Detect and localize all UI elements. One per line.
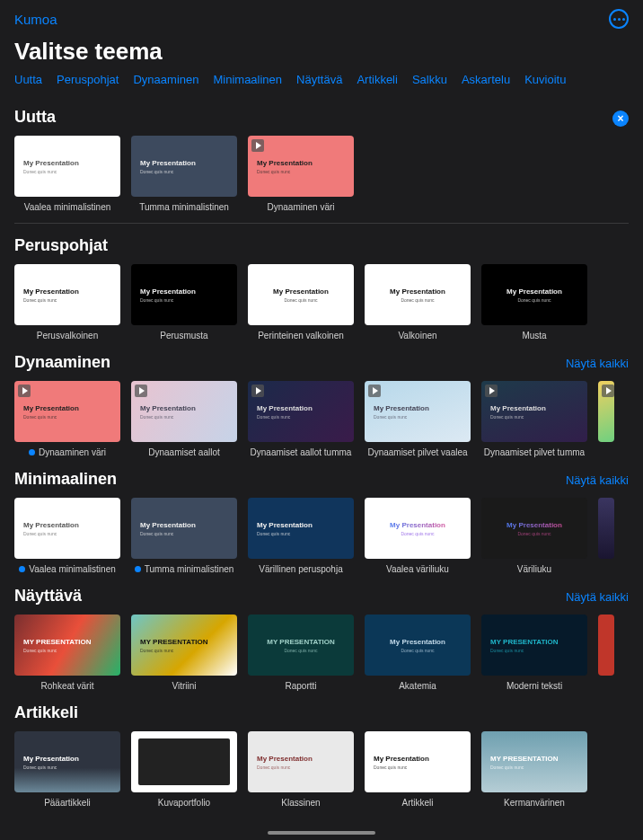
category-tab[interactable]: Askartelu <box>462 73 510 86</box>
theme-label: Moderni teksti <box>481 681 587 691</box>
category-tab[interactable]: Näyttävä <box>296 73 342 86</box>
theme-thumbnail[interactable]: MY PRESENTATIONDonec quis nunc <box>481 615 587 676</box>
theme-thumbnail[interactable]: My PresentationDonec quis nunc <box>131 731 237 792</box>
thumb-subtitle: Donec quis nunc <box>490 648 524 653</box>
show-all-link[interactable]: Näytä kaikki <box>566 357 629 370</box>
thumb-subtitle: Donec quis nunc <box>23 765 57 770</box>
theme-thumbnail[interactable]: My PresentationDonec quis nunc <box>481 381 587 442</box>
thumb-title: My Presentation <box>23 159 79 167</box>
thumb-subtitle: Donec quis nunc <box>490 765 524 770</box>
theme-label: Valkoinen <box>365 331 471 340</box>
thumb-title: My Presentation <box>374 755 429 763</box>
theme-thumbnail[interactable]: My PresentationDonec quis nunc <box>248 381 354 442</box>
theme-thumbnail[interactable]: My PresentationDonec quis nunc <box>14 498 120 559</box>
theme-thumbnail[interactable]: My PresentationDonec quis nunc <box>481 498 587 559</box>
theme-thumbnail[interactable] <box>598 615 614 676</box>
thumb-title: My Presentation <box>374 404 429 412</box>
thumb-subtitle: Donec quis nunc <box>140 414 173 420</box>
thumb-title: My Presentation <box>257 404 313 412</box>
category-tab[interactable]: Kuvioitu <box>524 73 566 86</box>
theme-thumbnail[interactable]: My PresentationDonec quis nunc <box>248 731 354 792</box>
theme-thumbnail[interactable]: My PresentationDonec quis nunc <box>481 264 587 325</box>
category-tab[interactable]: Dynaaminen <box>133 73 198 86</box>
thumb-title: My Presentation <box>23 755 79 763</box>
theme-thumbnail[interactable]: MY PRESENTATIONDonec quis nunc <box>14 615 120 676</box>
theme-thumbnail[interactable]: My PresentationDonec quis nunc <box>14 136 120 197</box>
show-all-link[interactable]: Näytä kaikki <box>566 473 629 487</box>
show-all-link[interactable]: Näytä kaikki <box>566 590 629 604</box>
category-tab[interactable]: Salkku <box>412 73 447 86</box>
theme-thumbnail[interactable]: MY PRESENTATIONDonec quis nunc <box>481 731 587 792</box>
theme-label: Artikkeli <box>365 798 471 808</box>
close-icon[interactable]: × <box>612 111 629 127</box>
thumb-title: My Presentation <box>140 159 196 167</box>
thumb-subtitle: Donec quis nunc <box>490 414 524 420</box>
theme-label: Tumma minimalistinen <box>131 202 237 212</box>
theme-thumbnail[interactable]: My PresentationDonec quis nunc <box>365 381 471 442</box>
thumb-title: My Presentation <box>23 287 79 296</box>
thumb-title: My Presentation <box>506 287 562 296</box>
thumb-subtitle: Donec quis nunc <box>257 169 290 174</box>
marker-dot-icon <box>135 566 141 572</box>
home-indicator <box>268 831 375 835</box>
thumb-subtitle: Donec quis nunc <box>140 297 173 303</box>
theme-thumbnail[interactable]: My PresentationDonec quis nunc <box>365 264 471 325</box>
theme-thumbnail[interactable]: My PresentationDonec quis nunc <box>365 615 471 676</box>
theme-thumbnail[interactable]: MY PRESENTATIONDonec quis nunc <box>248 615 354 676</box>
play-icon <box>485 385 498 397</box>
theme-thumbnail[interactable]: My PresentationDonec quis nunc <box>131 264 237 325</box>
play-icon <box>251 139 264 152</box>
marker-dot-icon <box>29 449 35 455</box>
thumb-title: My Presentation <box>490 404 546 412</box>
thumb-subtitle: Donec quis nunc <box>140 169 173 174</box>
theme-thumbnail[interactable] <box>598 498 614 559</box>
more-button[interactable] <box>609 9 629 29</box>
theme-thumbnail[interactable] <box>598 381 614 442</box>
thumb-title: My Presentation <box>23 404 79 412</box>
thumb-title: My Presentation <box>257 755 313 763</box>
thumb-subtitle: Donec quis nunc <box>284 648 317 653</box>
theme-thumbnail[interactable]: My PresentationDonec quis nunc <box>131 136 237 197</box>
theme-thumbnail[interactable]: My PresentationDonec quis nunc <box>14 381 120 442</box>
thumb-subtitle: Donec quis nunc <box>284 297 317 303</box>
theme-thumbnail[interactable]: My PresentationDonec quis nunc <box>248 136 354 197</box>
theme-label: Vaalea väriliuku <box>365 564 471 574</box>
thumb-title: My Presentation <box>156 755 212 763</box>
thumb-title: My Presentation <box>390 638 445 646</box>
category-tab[interactable]: Artikkeli <box>357 73 398 86</box>
thumb-title: My Presentation <box>506 521 562 529</box>
theme-label: Perusmusta <box>131 331 237 340</box>
category-tab[interactable]: Peruspohjat <box>57 73 119 86</box>
section-heading: Peruspohjat <box>14 236 108 255</box>
thumb-subtitle: Donec quis nunc <box>23 414 57 420</box>
theme-thumbnail[interactable]: My PresentationDonec quis nunc <box>131 498 237 559</box>
theme-label: Dynaamiset pilvet vaalea <box>365 447 471 457</box>
theme-label: Vaalea minimalistinen <box>14 202 120 212</box>
theme-thumbnail[interactable]: My PresentationDonec quis nunc <box>131 381 237 442</box>
thumb-title: My Presentation <box>273 287 329 296</box>
theme-thumbnail[interactable]: My PresentationDonec quis nunc <box>14 264 120 325</box>
thumb-title: My Presentation <box>257 521 313 529</box>
thumb-subtitle: Donec quis nunc <box>23 297 57 303</box>
play-icon <box>135 385 147 397</box>
theme-label: Perinteinen valkoinen <box>248 331 354 340</box>
theme-thumbnail[interactable]: My PresentationDonec quis nunc <box>365 498 471 559</box>
theme-thumbnail[interactable]: My PresentationDonec quis nunc <box>248 264 354 325</box>
theme-label: Pääartikkeli <box>14 798 120 808</box>
page-title: Valitse teema <box>0 32 643 73</box>
theme-thumbnail[interactable]: My PresentationDonec quis nunc <box>365 731 471 792</box>
theme-thumbnail[interactable]: My PresentationDonec quis nunc <box>14 731 120 792</box>
section-heading: Artikkeli <box>14 703 78 722</box>
thumb-title: My Presentation <box>140 404 196 412</box>
thumb-subtitle: Donec quis nunc <box>257 765 290 770</box>
theme-label: Tumma minimalistinen <box>131 564 237 574</box>
thumb-title: My Presentation <box>140 521 196 529</box>
category-tab[interactable]: Minimaalinen <box>213 73 282 86</box>
play-icon <box>18 385 31 397</box>
theme-label: Vitriini <box>131 681 237 691</box>
category-tab[interactable]: Uutta <box>14 73 42 86</box>
thumb-subtitle: Donec quis nunc <box>401 297 434 303</box>
theme-thumbnail[interactable]: MY PRESENTATIONDonec quis nunc <box>131 615 237 676</box>
cancel-button[interactable]: Kumoa <box>14 12 57 27</box>
theme-thumbnail[interactable]: My PresentationDonec quis nunc <box>248 498 354 559</box>
